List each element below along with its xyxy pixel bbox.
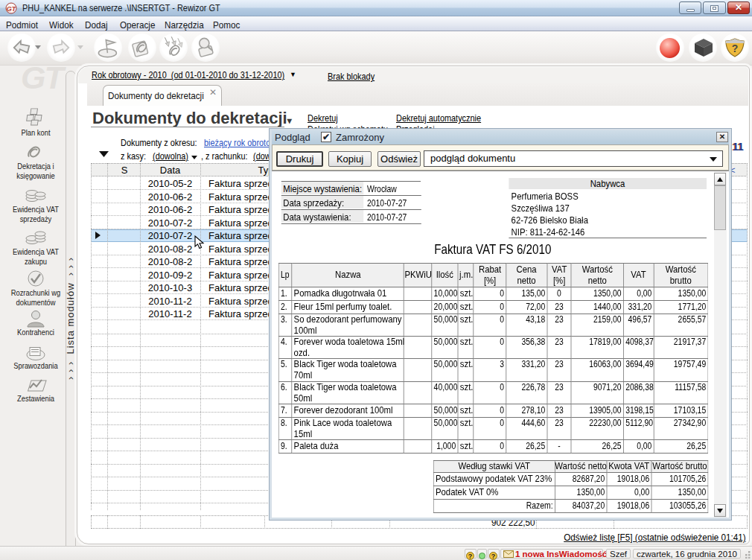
svg-text:?: ? [732, 42, 739, 54]
svg-text:GT: GT [7, 5, 17, 13]
svg-text:?: ? [491, 553, 496, 560]
svg-text:?: ? [468, 553, 473, 560]
